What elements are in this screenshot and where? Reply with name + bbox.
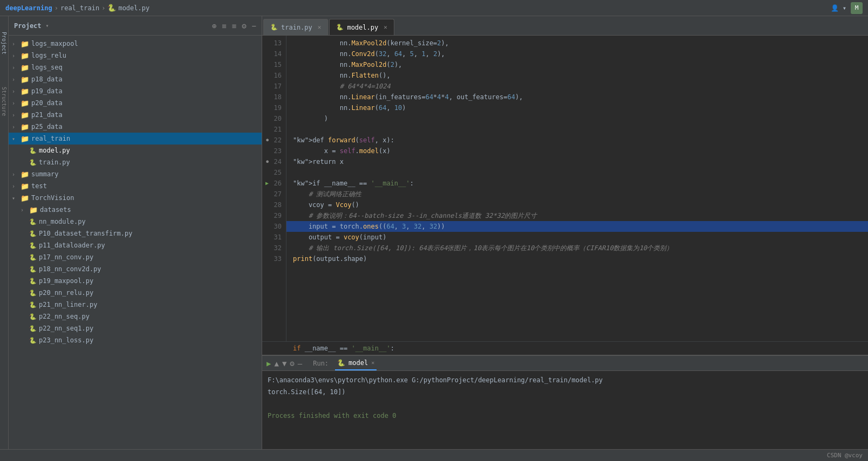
line-number-30: 30	[262, 221, 286, 232]
bottom-tab-model[interactable]: 🐍 model ✕	[335, 356, 377, 370]
tree-item-p18_data[interactable]: ›📁p18_data	[9, 73, 262, 85]
tab-model-py[interactable]: 🐍 model.py ✕	[329, 19, 394, 35]
tree-item-label: p21_data	[31, 111, 63, 119]
tree-item-label: p22_nn_seq1.py	[39, 325, 93, 332]
tree-item-label: train.py	[39, 159, 70, 166]
expand-icon[interactable]: ≡	[232, 22, 236, 30]
tree-item-p18_nn_conv2d-py[interactable]: 🐍p18_nn_conv2d.py	[9, 263, 262, 275]
code-line-24: "kw">return x	[286, 156, 868, 167]
code-line-20: )	[286, 113, 868, 124]
tree-item-p21_nn_liner-py[interactable]: 🐍p21_nn_liner.py	[9, 299, 262, 311]
code-line-28: vcoy = Vcoy()	[286, 199, 868, 210]
preview-eq: ==	[336, 343, 351, 354]
tree-item-label: p18_nn_conv2d.py	[39, 265, 101, 273]
tree-item-p20_nn_relu-py[interactable]: 🐍p20_nn_relu.py	[9, 287, 262, 299]
tab-train-py[interactable]: 🐍 train.py ✕	[263, 19, 328, 35]
tree-item-p22_nn_seq1-py[interactable]: 🐍p22_nn_seq1.py	[9, 322, 262, 334]
tree-item-logs_relu[interactable]: ›📁logs_relu	[9, 50, 262, 61]
tree-item-p20_data[interactable]: ›📁p20_data	[9, 97, 262, 109]
tree-item-label: p11_dataloader.py	[39, 242, 105, 249]
code-line-16: nn.Flatten(),	[286, 70, 868, 81]
line-number-33: 33	[262, 253, 286, 264]
tree-item-p25_data[interactable]: ›📁p25_data	[9, 121, 262, 133]
tree-item-p21_data[interactable]: ›📁p21_data	[9, 109, 262, 121]
tree-item-train-py[interactable]: 🐍train.py	[9, 156, 262, 168]
line-number-14: 14	[262, 49, 286, 59]
tree-item-p23_nn_loss-py[interactable]: 🐍p23_nn_loss.py	[9, 334, 262, 346]
settings-run-button[interactable]: ⚙	[290, 359, 294, 368]
run-controls: ▶ ▲ ▼ ⚙ —	[266, 359, 302, 368]
sidebar-strip-project[interactable]: Project	[1, 22, 8, 65]
tree-item-P10_dataset_transfirm-py[interactable]: 🐍P10_dataset_transfirm.py	[9, 228, 262, 239]
breakpoint-icon[interactable]: ●	[266, 156, 269, 167]
tree-item-real_train[interactable]: ▾📁real_train	[9, 133, 262, 145]
py-file-icon: 🐍	[29, 147, 37, 154]
tree-item-summary[interactable]: ›📁summary	[9, 168, 262, 180]
terminal-command-line: F:\anaconda3\envs\pytorch\python.exe G:/…	[268, 374, 863, 386]
line-number-22: ●22	[262, 135, 286, 146]
code-scroll-container[interactable]: 131415161718192021●2223●2425▶26272829303…	[262, 36, 868, 341]
folder-icon: 📁	[20, 194, 29, 202]
tree-item-TorchVision[interactable]: ▾📁TorchVision	[9, 192, 262, 204]
breadcrumb-sep2: ›	[101, 4, 105, 12]
tab-model-py-close[interactable]: ✕	[384, 24, 387, 31]
tree-arrow: ›	[12, 183, 18, 189]
scroll-down-button[interactable]: ▼	[282, 359, 286, 368]
line-number-19: 19	[262, 102, 286, 113]
tree-item-nn_module-py[interactable]: 🐍nn_module.py	[9, 216, 262, 228]
tab-model-py-label: model.py	[347, 24, 378, 31]
folder-icon: 📁	[20, 99, 29, 107]
line-number-25: 25	[262, 167, 286, 178]
tree-item-p19_maxpool-py[interactable]: 🐍p19_maxpool.py	[9, 275, 262, 287]
preview-kw-if: if	[293, 343, 305, 354]
tree-item-label: p18_data	[31, 75, 63, 83]
profile-avatar[interactable]: M	[851, 2, 863, 14]
tree-item-logs_seq[interactable]: ›📁logs_seq	[9, 61, 262, 73]
tree-arrow: ▾	[12, 136, 18, 142]
line-number-17: 17	[262, 81, 286, 92]
py-file2-icon: 🐍	[29, 278, 37, 285]
close-panel-icon[interactable]: −	[252, 22, 256, 30]
locate-icon[interactable]: ⊕	[212, 22, 216, 30]
code-line-14: nn.Conv2d(32, 64, 5, 1, 2),	[286, 49, 868, 59]
code-line-17: # 64*4*4=1024	[286, 81, 868, 92]
breakpoint-icon[interactable]: ●	[266, 135, 269, 146]
tab-train-py-close[interactable]: ✕	[318, 24, 322, 31]
tree-item-model-py[interactable]: 🐍model.py	[9, 145, 262, 156]
settings-icon[interactable]: ⚙	[242, 22, 246, 30]
run-tab-close[interactable]: ✕	[371, 360, 374, 366]
py-file2-icon: 🐍	[29, 301, 37, 308]
project-panel-header: Project ▾ ⊕ ≡ ≡ ⚙ −	[9, 16, 262, 36]
folder-icon: 📁	[20, 52, 29, 60]
project-toolbar: ⊕ ≡ ≡ ⚙ −	[212, 22, 256, 30]
stop-button[interactable]: —	[298, 359, 302, 368]
tree-item-p22_nn_seq-py[interactable]: 🐍p22_nn_seq.py	[9, 311, 262, 322]
user-dropdown[interactable]: 👤 ▾	[831, 4, 846, 12]
tree-item-p17_nn_conv-py[interactable]: 🐍p17_nn_conv.py	[9, 251, 262, 263]
tree-item-test[interactable]: ›📁test	[9, 180, 262, 192]
code-line-13: nn.MaxPool2d(kernel_size=2),	[286, 38, 868, 49]
py-file2-icon: 🐍	[29, 254, 37, 261]
terminal-output-line-2: Process finished with exit code 0	[268, 410, 863, 422]
tree-item-logs_maxpool[interactable]: ›📁logs_maxpool	[9, 38, 262, 50]
collapse-icon[interactable]: ≡	[222, 22, 226, 30]
terminal-content[interactable]: F:\anaconda3\envs\pytorch\python.exe G:/…	[262, 371, 868, 449]
bottom-panel: ▶ ▲ ▼ ⚙ — Run: 🐍 model ✕ F:\anaconda3\en…	[262, 355, 868, 449]
project-panel-title: Project	[14, 22, 42, 30]
breadcrumb-folder[interactable]: real_train	[60, 4, 99, 12]
tree-item-p11_dataloader-py[interactable]: 🐍p11_dataloader.py	[9, 239, 262, 251]
sidebar-strip: Project Structure	[0, 16, 9, 449]
py-file2-icon: 🐍	[29, 266, 37, 273]
breadcrumb-project[interactable]: deepLearning	[5, 4, 52, 12]
scroll-up-button[interactable]: ▲	[274, 359, 278, 368]
tree-item-p19_data[interactable]: ›📁p19_data	[9, 85, 262, 97]
project-caret[interactable]: ▾	[46, 23, 49, 29]
line-number-28: 28	[262, 199, 286, 210]
line-number-20: 20	[262, 113, 286, 124]
status-text: CSDN @vcoy	[827, 452, 863, 459]
run-button[interactable]: ▶	[266, 359, 271, 368]
tree-item-datasets[interactable]: ›📁datasets	[9, 204, 262, 216]
sidebar-strip-structure[interactable]: Structure	[1, 80, 8, 123]
run-arrow-icon[interactable]: ▶	[265, 178, 269, 189]
preview-colon: :	[391, 343, 394, 354]
